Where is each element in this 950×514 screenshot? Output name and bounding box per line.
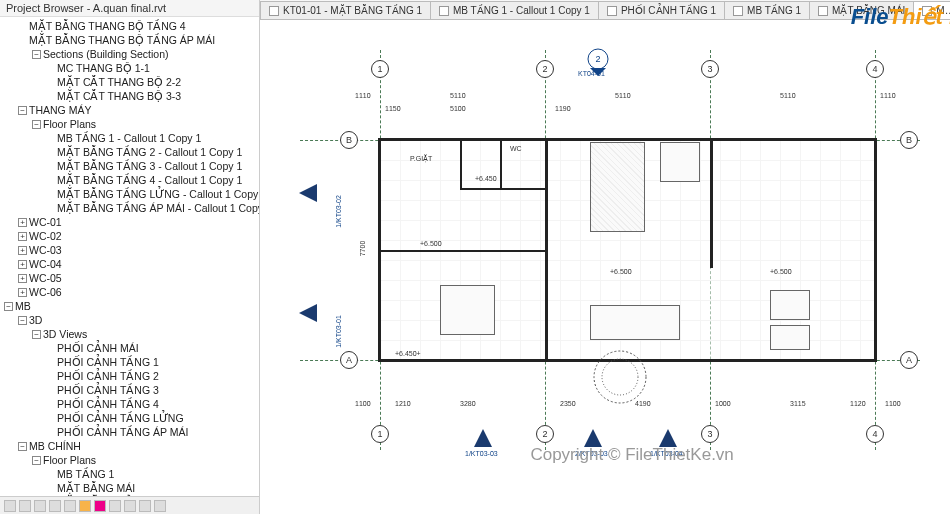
collapse-icon[interactable]: −: [18, 316, 27, 325]
status-icon[interactable]: [64, 500, 76, 512]
view-tabs: KT01-01 - MẶT BẰNG TẦNG 1 MB TẦNG 1 - Ca…: [260, 0, 950, 20]
tree-item[interactable]: MẶT BẰNG TẦNG ÁP MÁI - Callout 1 Copy 1: [44, 201, 259, 215]
tree-item[interactable]: +WC-05: [16, 271, 259, 285]
tree-item[interactable]: MC THANG BỘ 1-1: [44, 61, 259, 75]
dimension: 2350: [560, 400, 576, 407]
collapse-icon[interactable]: −: [4, 302, 13, 311]
tree-item[interactable]: PHỐI CẢNH TẦNG 1: [44, 355, 259, 369]
tree-item[interactable]: MẶT BẰNG MÁI: [44, 481, 259, 495]
collapse-icon[interactable]: −: [32, 120, 41, 129]
dimension: 5110: [615, 92, 631, 99]
collapse-icon[interactable]: −: [18, 106, 27, 115]
interior-wall: [460, 138, 462, 188]
tree-item[interactable]: MẶT CẮT THANG BỘ 3-3: [44, 89, 259, 103]
plan-icon: [818, 6, 828, 16]
status-icon[interactable]: [79, 500, 91, 512]
drawing-canvas[interactable]: 1 2 3 4 1 2 3 4 A A B B: [260, 20, 950, 514]
tree-item[interactable]: +WC-01: [16, 215, 259, 229]
svg-marker-2: [299, 184, 317, 202]
site-logo: FileThiết Kế.vn: [851, 4, 950, 30]
tree-item[interactable]: MẶT BẰNG THANG BỘ TẦNG ÁP MÁI: [16, 33, 259, 47]
dining-table: [440, 285, 495, 335]
tree-item[interactable]: MẶT BẰNG TẦNG 3 - Callout 1 Copy 1: [44, 159, 259, 173]
tree-item-mb[interactable]: −MB: [2, 299, 259, 313]
tree-item[interactable]: MẶT CẮT THANG BỘ 2-2: [44, 75, 259, 89]
tree-item-3d[interactable]: −3D: [16, 313, 259, 327]
tree-item[interactable]: MB TẦNG 1: [44, 467, 259, 481]
svg-marker-3: [299, 304, 317, 322]
view-tab[interactable]: KT01-01 - MẶT BẰNG TẦNG 1: [260, 1, 431, 19]
svg-text:2: 2: [595, 54, 600, 64]
tree-item[interactable]: PHỐI CẢNH TẦNG ÁP MÁI: [44, 425, 259, 439]
status-icon[interactable]: [49, 500, 61, 512]
tree-item[interactable]: +WC-06: [16, 285, 259, 299]
tree-item[interactable]: PHỐI CẢNH TẦNG LỬNG: [44, 411, 259, 425]
collapse-icon[interactable]: −: [32, 50, 41, 59]
tree-item[interactable]: PHỐI CẢNH TẦNG 3: [44, 383, 259, 397]
grid-bubble: 3: [701, 60, 719, 78]
tree-item[interactable]: MẶT BẰNG THANG BỘ TẦNG 4: [16, 19, 259, 33]
project-browser-tree[interactable]: MẶT BẰNG THANG BỘ TẦNG 4 MẶT BẰNG THANG …: [0, 17, 259, 496]
expand-icon[interactable]: +: [18, 232, 27, 241]
status-icon[interactable]: [154, 500, 166, 512]
status-icon[interactable]: [94, 500, 106, 512]
tree-item-3dviews[interactable]: −3D Views: [30, 327, 259, 341]
expand-icon[interactable]: +: [18, 274, 27, 283]
expand-icon[interactable]: +: [18, 260, 27, 269]
tree-item[interactable]: MB TẦNG 1 - Callout 1 Copy 1: [44, 131, 259, 145]
view-tab[interactable]: PHỐI CẢNH TẦNG 1: [598, 1, 725, 19]
tree-item[interactable]: PHỐI CẢNH TẦNG 2: [44, 369, 259, 383]
armchair: [770, 290, 810, 320]
room-label: P.GIẶT: [410, 155, 432, 163]
level-marker: +6.450+: [395, 350, 421, 357]
status-icon[interactable]: [19, 500, 31, 512]
grid-bubble: 1: [371, 60, 389, 78]
tree-item[interactable]: +WC-04: [16, 257, 259, 271]
status-icon[interactable]: [124, 500, 136, 512]
tree-item-thangmay[interactable]: −THANG MÁY: [16, 103, 259, 117]
expand-icon[interactable]: +: [18, 246, 27, 255]
tree-item-mbchinh[interactable]: −MB CHÍNH: [16, 439, 259, 453]
tree-item-floorplans[interactable]: −Floor Plans: [30, 117, 259, 131]
dimension: 5100: [450, 105, 466, 112]
status-icon[interactable]: [109, 500, 121, 512]
collapse-icon[interactable]: −: [18, 442, 27, 451]
sofa: [590, 305, 680, 340]
tree-item[interactable]: PHỐI CẢNH TẦNG 4: [44, 397, 259, 411]
plan-icon: [439, 6, 449, 16]
tree-item[interactable]: +WC-02: [16, 229, 259, 243]
tree-item[interactable]: +WC-03: [16, 243, 259, 257]
tree-item[interactable]: MẶT BẰNG TẦNG 2 - Callout 1 Copy 1: [44, 145, 259, 159]
tree-item[interactable]: MẶT BẰNG TẦNG 4 - Callout 1 Copy 1: [44, 173, 259, 187]
status-icon[interactable]: [139, 500, 151, 512]
dimension: 1100: [355, 400, 371, 407]
tree-item[interactable]: MẶT BẰNG TẦNG LỬNG - Callout 1 Copy 1: [44, 187, 259, 201]
grid-bubble: 2: [536, 425, 554, 443]
tree-item-selected[interactable]: MẶT BẰNG TẦNG 2: [44, 495, 259, 496]
section-marker-icon: [655, 425, 681, 451]
view-tab[interactable]: MB TẦNG 1 - Callout 1 Copy 1: [430, 1, 599, 19]
tree-item[interactable]: PHỐI CẢNH MÁI: [44, 341, 259, 355]
dimension: 5110: [780, 92, 796, 99]
interior-wall: [378, 250, 548, 252]
status-icon[interactable]: [34, 500, 46, 512]
dimension: 1100: [885, 400, 901, 407]
status-icon[interactable]: [4, 500, 16, 512]
expand-icon[interactable]: +: [18, 288, 27, 297]
dimension: 3115: [790, 400, 806, 407]
dimension: 1110: [355, 92, 371, 99]
tree-item-floorplans2[interactable]: −Floor Plans: [30, 453, 259, 467]
dimension: 7700: [359, 241, 366, 257]
dimension: 3280: [460, 400, 476, 407]
tree-item-sections[interactable]: −Sections (Building Section): [30, 47, 259, 61]
sheet-icon: [269, 6, 279, 16]
project-browser-title: Project Browser - A.quan final.rvt: [0, 0, 259, 17]
staircase: [590, 142, 645, 232]
collapse-icon[interactable]: −: [32, 456, 41, 465]
plan-icon: [733, 6, 743, 16]
view-tab[interactable]: MB TẦNG 1: [724, 1, 810, 19]
collapse-icon[interactable]: −: [32, 330, 41, 339]
dimension: 1190: [555, 105, 571, 112]
room-label: WC: [510, 145, 522, 152]
expand-icon[interactable]: +: [18, 218, 27, 227]
